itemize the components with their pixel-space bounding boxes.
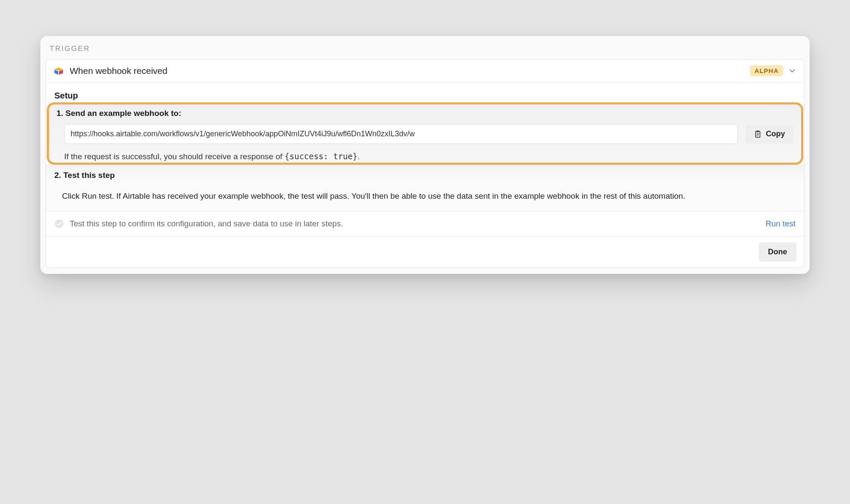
test-row: Test this step to confirm its configurat… <box>46 211 804 237</box>
step2-title: 2. Test this step <box>54 171 796 180</box>
step1-title: 1. Send an example webhook to: <box>57 109 793 118</box>
section-label: TRIGGER <box>40 36 810 59</box>
done-button[interactable]: Done <box>759 242 796 262</box>
alpha-badge: ALPHA <box>750 65 783 76</box>
webhook-url-row: Copy <box>57 124 793 144</box>
highlight-box: 1. Send an example webhook to: Copy <box>47 102 803 165</box>
clipboard-icon <box>754 130 762 138</box>
setup-heading: Setup <box>54 91 796 101</box>
airtable-logo-icon <box>54 66 64 76</box>
spacer <box>40 268 810 274</box>
trigger-header[interactable]: When webhook received ALPHA <box>46 59 804 82</box>
trigger-panel: TRIGGER When webhook received ALPHA Setu… <box>40 36 810 274</box>
trigger-card: When webhook received ALPHA Setup 1. Sen… <box>45 59 805 268</box>
chevron-down-icon[interactable] <box>788 67 796 75</box>
setup-section: Setup 1. Send an example webhook to: Cop <box>46 82 804 165</box>
check-circle-icon <box>54 219 64 228</box>
trigger-title: When webhook received <box>70 66 750 76</box>
svg-rect-4 <box>756 130 759 132</box>
svg-point-8 <box>55 219 63 228</box>
run-test-link[interactable]: Run test <box>765 219 796 228</box>
step2-description: Click Run test. If Airtable has received… <box>54 186 796 203</box>
webhook-url-input[interactable] <box>64 124 738 144</box>
step1-hint: If the request is successful, you should… <box>57 152 793 163</box>
footer-row: Done <box>46 237 804 267</box>
test-hint-text: Test this step to confirm its configurat… <box>70 219 759 228</box>
step2-section: 2. Test this step Click Run test. If Air… <box>46 165 804 211</box>
copy-button[interactable]: Copy <box>745 124 793 144</box>
copy-button-label: Copy <box>766 130 785 138</box>
